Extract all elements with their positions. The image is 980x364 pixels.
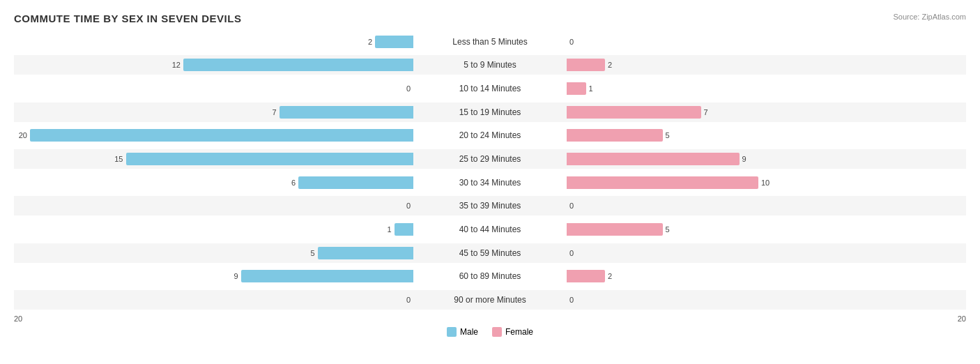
bar-row: 2Less than 5 Minutes0 <box>14 32 966 52</box>
bar-row: 1525 to 29 Minutes9 <box>14 149 966 169</box>
female-bar <box>567 82 586 95</box>
male-value: 12 <box>172 61 181 69</box>
male-value: 5 <box>310 249 314 257</box>
male-bar <box>241 270 414 282</box>
female-value: 7 <box>704 108 708 116</box>
left-section: 12 <box>14 55 413 75</box>
male-value: 9 <box>233 272 238 280</box>
bar-label: 30 to 34 Minutes <box>413 178 567 188</box>
right-section: 10 <box>567 173 966 192</box>
bar-label: 20 to 24 Minutes <box>413 130 567 140</box>
bar-label: 90 or more Minutes <box>413 295 567 305</box>
bar-row: 715 to 19 Minutes7 <box>14 103 966 122</box>
left-section: 7 <box>14 103 413 122</box>
bar-row: 2020 to 24 Minutes5 <box>14 126 966 145</box>
bar-label: 10 to 14 Minutes <box>413 84 567 93</box>
right-section: 9 <box>567 149 966 169</box>
male-value: 1 <box>387 225 391 234</box>
axis-right-label: 20 <box>958 314 966 323</box>
male-value: 6 <box>291 179 296 187</box>
legend-female-label: Female <box>505 327 533 337</box>
left-section: 0 <box>14 290 413 310</box>
left-section: 6 <box>14 173 413 192</box>
bar-row: 010 to 14 Minutes1 <box>14 79 966 98</box>
bar-label: 25 to 29 Minutes <box>413 154 567 164</box>
female-value: 9 <box>742 155 747 163</box>
female-value: 0 <box>569 202 574 210</box>
bar-label: 35 to 39 Minutes <box>413 201 567 211</box>
female-value: 5 <box>666 225 670 234</box>
female-value: 10 <box>761 179 770 187</box>
right-section: 0 <box>567 243 966 263</box>
right-section: 2 <box>567 55 966 75</box>
male-bar <box>375 36 413 48</box>
left-section: 0 <box>14 79 413 98</box>
bar-label: 60 to 89 Minutes <box>413 271 567 281</box>
axis-labels: 20 20 <box>14 314 966 323</box>
bar-label: 45 to 59 Minutes <box>413 248 567 258</box>
right-section: 2 <box>567 266 966 286</box>
right-section: 0 <box>567 32 966 52</box>
bar-row: 960 to 89 Minutes2 <box>14 266 966 286</box>
female-bar <box>567 59 605 71</box>
legend-male: Male <box>447 327 478 337</box>
bar-label: Less than 5 Minutes <box>413 37 567 47</box>
legend-female-box <box>492 327 502 337</box>
bar-row: 545 to 59 Minutes0 <box>14 243 966 263</box>
left-section: 2 <box>14 32 413 52</box>
female-value: 1 <box>589 84 593 93</box>
right-section: 0 <box>567 196 966 215</box>
bar-row: 035 to 39 Minutes0 <box>14 196 966 215</box>
legend-female: Female <box>492 327 533 337</box>
left-section: 15 <box>14 149 413 169</box>
male-bar <box>183 59 413 71</box>
female-bar <box>567 129 663 142</box>
left-section: 9 <box>14 266 413 286</box>
female-bar <box>567 223 663 236</box>
male-bar <box>298 176 413 189</box>
source-text: Source: ZipAtlas.com <box>893 13 966 21</box>
female-value: 0 <box>569 249 574 257</box>
chart-area: 2Less than 5 Minutes0125 to 9 Minutes201… <box>14 30 966 312</box>
bar-row: 090 or more Minutes0 <box>14 290 966 310</box>
female-value: 5 <box>666 131 670 139</box>
male-value: 15 <box>114 155 123 163</box>
male-bar <box>126 153 414 165</box>
left-section: 5 <box>14 243 413 263</box>
male-bar <box>280 106 414 119</box>
chart-container: COMMUTE TIME BY SEX IN SEVEN DEVILS Sour… <box>0 0 980 364</box>
male-value: 7 <box>272 108 276 116</box>
right-section: 7 <box>567 103 966 122</box>
male-value: 20 <box>19 131 27 139</box>
female-bar <box>567 176 758 189</box>
bar-row: 140 to 44 Minutes5 <box>14 220 966 239</box>
legend-male-label: Male <box>460 327 478 337</box>
left-section: 1 <box>14 220 413 239</box>
bar-label: 15 to 19 Minutes <box>413 107 567 117</box>
bar-label: 5 to 9 Minutes <box>413 60 567 70</box>
male-bar <box>30 129 413 142</box>
female-value: 0 <box>569 38 574 46</box>
female-value: 2 <box>608 61 612 69</box>
right-section: 0 <box>567 290 966 310</box>
left-section: 0 <box>14 196 413 215</box>
axis-left-label: 20 <box>14 314 22 323</box>
chart-title: COMMUTE TIME BY SEX IN SEVEN DEVILS <box>14 13 966 24</box>
right-section: 5 <box>567 220 966 239</box>
male-value: 0 <box>406 84 411 93</box>
left-section: 20 <box>14 126 413 145</box>
female-bar <box>567 153 740 165</box>
male-value: 2 <box>368 38 372 46</box>
female-bar <box>567 270 605 282</box>
male-value: 0 <box>406 202 411 210</box>
right-section: 5 <box>567 126 966 145</box>
female-value: 2 <box>608 272 612 280</box>
bar-row: 125 to 9 Minutes2 <box>14 55 966 75</box>
legend-male-box <box>447 327 457 337</box>
male-bar <box>318 247 414 259</box>
female-bar <box>567 106 701 119</box>
male-value: 0 <box>406 296 411 304</box>
bar-row: 630 to 34 Minutes10 <box>14 173 966 192</box>
right-section: 1 <box>567 79 966 98</box>
male-bar <box>395 223 414 236</box>
